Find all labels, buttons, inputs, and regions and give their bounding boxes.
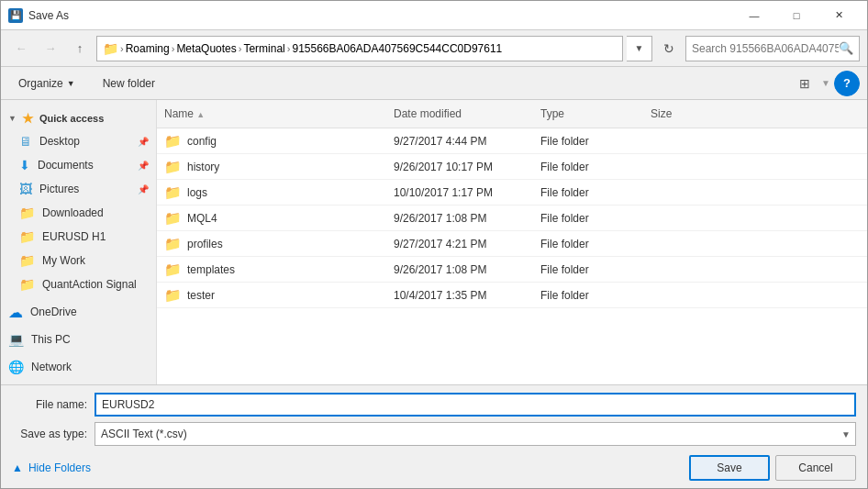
organize-button[interactable]: Organize ▼ bbox=[8, 72, 85, 95]
view-sep: ▼ bbox=[821, 78, 830, 88]
file-list: Name ▲ Date modified Type Size 📁 config … bbox=[157, 100, 867, 384]
file-date: 10/10/2017 1:17 PM bbox=[386, 186, 533, 199]
file-type: File folder bbox=[533, 289, 643, 302]
action-row: ▲ Hide Folders Save Cancel bbox=[12, 451, 856, 481]
sidebar-item-label: Pictures bbox=[39, 183, 79, 195]
file-date: 10/4/2017 1:35 PM bbox=[386, 289, 533, 302]
pictures-icon: 🖼 bbox=[19, 182, 32, 196]
address-bar: ← → ↑ 📁 › Roaming › MetaQuotes › Termina… bbox=[1, 30, 867, 67]
sidebar-item-label: OneDrive bbox=[30, 306, 77, 318]
forward-button[interactable]: → bbox=[38, 36, 63, 61]
breadcrumb-metaquotes: MetaQuotes bbox=[176, 42, 236, 55]
minimize-button[interactable]: — bbox=[733, 1, 775, 30]
new-folder-button[interactable]: New folder bbox=[93, 72, 165, 95]
column-header-date[interactable]: Date modified bbox=[386, 104, 533, 124]
network-section: 🌐 Network bbox=[1, 355, 156, 379]
sidebar-item-network[interactable]: 🌐 Network bbox=[1, 355, 156, 379]
file-type: File folder bbox=[533, 161, 643, 173]
title-bar: 💾 Save As — □ ✕ bbox=[1, 1, 867, 30]
address-path[interactable]: 📁 › Roaming › MetaQuotes › Terminal › 91… bbox=[96, 36, 623, 61]
organize-label: Organize bbox=[18, 77, 63, 90]
sidebar-item-label: Downloaded bbox=[42, 206, 104, 219]
folder-icon: 📁 bbox=[164, 159, 182, 175]
quick-access-section: ▼ ★ Quick access 🖥 Desktop 📌 ⬇ Documents… bbox=[1, 107, 156, 296]
file-name: 📁 MQL4 bbox=[157, 210, 386, 227]
table-row[interactable]: 📁 logs 10/10/2017 1:17 PM File folder bbox=[157, 180, 867, 206]
up-button[interactable]: ↑ bbox=[67, 36, 93, 61]
dialog-title: Save As bbox=[28, 9, 733, 22]
file-type: File folder bbox=[533, 186, 643, 199]
file-list-header: Name ▲ Date modified Type Size bbox=[157, 100, 867, 128]
sidebar-item-desktop[interactable]: 🖥 Desktop 📌 bbox=[1, 129, 156, 153]
file-type: File folder bbox=[533, 238, 643, 250]
file-name: 📁 templates bbox=[157, 261, 386, 278]
sidebar-item-onedrive[interactable]: ☁ OneDrive bbox=[1, 300, 156, 324]
table-row[interactable]: 📁 config 9/27/2017 4:44 PM File folder bbox=[157, 128, 867, 154]
folder-icon: 📁 bbox=[19, 277, 35, 292]
column-header-type[interactable]: Type bbox=[533, 104, 643, 124]
folder-icon: 📁 bbox=[164, 236, 182, 252]
back-button[interactable]: ← bbox=[8, 36, 34, 61]
help-button[interactable]: ? bbox=[834, 71, 860, 96]
file-type: File folder bbox=[533, 212, 643, 225]
sidebar-item-documents[interactable]: ⬇ Documents 📌 bbox=[1, 153, 156, 177]
file-type: File folder bbox=[533, 135, 643, 148]
folder-icon: 📁 bbox=[19, 229, 35, 244]
documents-icon: ⬇ bbox=[19, 158, 30, 172]
column-header-name[interactable]: Name ▲ bbox=[157, 104, 386, 124]
view-button[interactable]: ⊞ bbox=[792, 72, 818, 95]
hide-folders-button[interactable]: ▲ Hide Folders bbox=[12, 461, 91, 474]
file-date: 9/26/2017 10:17 PM bbox=[386, 161, 533, 173]
filename-input[interactable] bbox=[95, 393, 856, 417]
cancel-button[interactable]: Cancel bbox=[775, 455, 856, 481]
file-date: 9/27/2017 4:44 PM bbox=[386, 135, 533, 148]
sidebar-item-downloaded[interactable]: 📁 Downloaded bbox=[1, 201, 156, 225]
cancel-label: Cancel bbox=[798, 461, 832, 474]
table-row[interactable]: 📁 profiles 9/27/2017 4:21 PM File folder bbox=[157, 231, 867, 257]
breadcrumb-id: 915566BA06ADA407569C544CC0D97611 bbox=[292, 42, 502, 55]
breadcrumb-terminal: Terminal bbox=[243, 42, 284, 55]
folder-icon: 📁 bbox=[164, 184, 182, 201]
maximize-button[interactable]: □ bbox=[775, 1, 818, 30]
title-bar-buttons: — □ ✕ bbox=[733, 1, 860, 30]
savetype-select[interactable]: ASCII Text (*.csv) CSV (*.csv) Text (*.t… bbox=[95, 422, 856, 446]
file-name: 📁 tester bbox=[157, 287, 386, 304]
savetype-label: Save as type: bbox=[12, 428, 95, 440]
table-row[interactable]: 📁 MQL4 9/26/2017 1:08 PM File folder bbox=[157, 206, 867, 231]
pin-icon: 📌 bbox=[138, 161, 149, 171]
save-button[interactable]: Save bbox=[689, 455, 770, 481]
folder-icon: 📁 bbox=[164, 210, 182, 227]
refresh-button[interactable]: ↻ bbox=[656, 36, 682, 61]
table-row[interactable]: 📁 templates 9/26/2017 1:08 PM File folde… bbox=[157, 257, 867, 283]
sidebar-item-pictures[interactable]: 🖼 Pictures 📌 bbox=[1, 177, 156, 201]
sidebar-item-mywork[interactable]: 📁 My Work bbox=[1, 249, 156, 272]
search-box[interactable]: 🔍 bbox=[685, 36, 860, 61]
sidebar-item-thispc[interactable]: 💻 This PC bbox=[1, 328, 156, 351]
search-input[interactable] bbox=[692, 42, 839, 55]
folder-icon: 📁 bbox=[19, 206, 35, 220]
search-icon: 🔍 bbox=[839, 41, 853, 55]
sidebar-item-quantaction[interactable]: 📁 QuantAction Signal bbox=[1, 272, 156, 296]
toolbar: Organize ▼ New folder ⊞ ▼ ? bbox=[1, 67, 867, 100]
column-header-size[interactable]: Size bbox=[643, 104, 717, 124]
address-dropdown-button[interactable]: ▼ bbox=[627, 36, 652, 61]
content-area: ▼ ★ Quick access 🖥 Desktop 📌 ⬇ Documents… bbox=[1, 100, 867, 384]
savetype-row: Save as type: ASCII Text (*.csv) CSV (*.… bbox=[12, 422, 856, 446]
onedrive-icon: ☁ bbox=[8, 304, 23, 321]
new-folder-label: New folder bbox=[103, 77, 155, 90]
sidebar-item-label: Documents bbox=[38, 159, 94, 172]
quick-access-label: Quick access bbox=[39, 113, 104, 124]
sidebar-item-label: Network bbox=[31, 361, 72, 373]
file-date: 9/26/2017 1:08 PM bbox=[386, 263, 533, 276]
savetype-select-wrapper: ASCII Text (*.csv) CSV (*.csv) Text (*.t… bbox=[95, 422, 856, 446]
quick-access-header[interactable]: ▼ ★ Quick access bbox=[1, 107, 156, 129]
close-button[interactable]: ✕ bbox=[818, 1, 860, 30]
table-row[interactable]: 📁 tester 10/4/2017 1:35 PM File folder bbox=[157, 283, 867, 308]
bottom-section: File name: Save as type: ASCII Text (*.c… bbox=[1, 384, 867, 488]
file-name: 📁 config bbox=[157, 133, 386, 150]
file-type: File folder bbox=[533, 263, 643, 276]
folder-icon: 📁 bbox=[164, 287, 182, 304]
table-row[interactable]: 📁 history 9/26/2017 10:17 PM File folder bbox=[157, 154, 867, 180]
sidebar-item-eurusd[interactable]: 📁 EURUSD H1 bbox=[1, 225, 156, 249]
file-date: 9/27/2017 4:21 PM bbox=[386, 238, 533, 250]
